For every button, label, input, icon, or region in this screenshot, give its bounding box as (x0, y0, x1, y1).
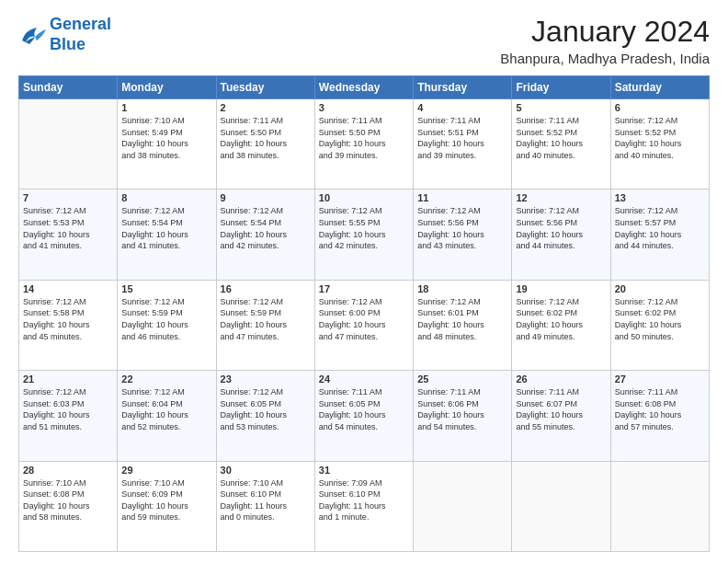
day-info: Sunrise: 7:12 AM Sunset: 6:04 PM Dayligh… (121, 386, 211, 432)
day-number: 7 (23, 192, 113, 203)
day-info: Sunrise: 7:11 AM Sunset: 6:08 PM Dayligh… (615, 386, 705, 432)
month-title: January 2024 (500, 15, 710, 49)
table-row (610, 461, 709, 551)
table-row: 22Sunrise: 7:12 AM Sunset: 6:04 PM Dayli… (118, 371, 216, 461)
day-number: 30 (221, 465, 311, 476)
day-number: 8 (121, 192, 211, 203)
table-row: 25Sunrise: 7:11 AM Sunset: 6:06 PM Dayli… (414, 371, 512, 461)
day-info: Sunrise: 7:12 AM Sunset: 5:56 PM Dayligh… (417, 205, 507, 251)
day-info: Sunrise: 7:12 AM Sunset: 5:55 PM Dayligh… (319, 205, 409, 251)
day-number: 9 (221, 192, 311, 203)
day-number: 26 (516, 373, 606, 385)
calendar-week-5: 28Sunrise: 7:10 AM Sunset: 6:08 PM Dayli… (19, 461, 710, 551)
day-info: Sunrise: 7:12 AM Sunset: 6:02 PM Dayligh… (516, 296, 606, 342)
day-number: 2 (221, 102, 311, 113)
table-row: 13Sunrise: 7:12 AM Sunset: 5:57 PM Dayli… (610, 190, 709, 280)
table-row: 16Sunrise: 7:12 AM Sunset: 5:59 PM Dayli… (216, 280, 314, 370)
day-number: 5 (516, 102, 606, 113)
table-row: 21Sunrise: 7:12 AM Sunset: 6:03 PM Dayli… (19, 371, 118, 461)
day-number: 31 (319, 465, 409, 476)
day-number: 27 (615, 373, 705, 385)
day-info: Sunrise: 7:10 AM Sunset: 6:10 PM Dayligh… (221, 477, 311, 523)
day-info: Sunrise: 7:12 AM Sunset: 5:59 PM Dayligh… (121, 296, 211, 342)
day-number: 14 (23, 283, 113, 294)
day-number: 13 (615, 192, 705, 203)
day-info: Sunrise: 7:11 AM Sunset: 6:06 PM Dayligh… (417, 386, 507, 432)
day-number: 19 (516, 283, 606, 294)
day-number: 24 (319, 373, 409, 385)
table-row: 24Sunrise: 7:11 AM Sunset: 6:05 PM Dayli… (314, 371, 413, 461)
calendar-week-2: 7Sunrise: 7:12 AM Sunset: 5:53 PM Daylig… (19, 190, 710, 280)
logo-text: General Blue (50, 15, 111, 54)
day-info: Sunrise: 7:09 AM Sunset: 6:10 PM Dayligh… (319, 477, 409, 523)
day-number: 23 (221, 373, 311, 385)
calendar-week-4: 21Sunrise: 7:12 AM Sunset: 6:03 PM Dayli… (19, 371, 710, 461)
table-row: 3Sunrise: 7:11 AM Sunset: 5:50 PM Daylig… (314, 99, 413, 190)
day-number: 6 (615, 102, 705, 113)
day-number: 22 (121, 373, 211, 385)
location: Bhanpura, Madhya Pradesh, India (500, 51, 710, 66)
day-info: Sunrise: 7:12 AM Sunset: 6:03 PM Dayligh… (23, 386, 113, 432)
table-row: 19Sunrise: 7:12 AM Sunset: 6:02 PM Dayli… (512, 280, 610, 370)
table-row: 28Sunrise: 7:10 AM Sunset: 6:08 PM Dayli… (19, 461, 118, 551)
day-info: Sunrise: 7:10 AM Sunset: 6:08 PM Dayligh… (23, 477, 113, 523)
table-row: 15Sunrise: 7:12 AM Sunset: 5:59 PM Dayli… (118, 280, 216, 370)
day-number: 15 (121, 283, 211, 294)
day-number: 4 (417, 102, 507, 113)
day-number: 29 (121, 465, 211, 476)
day-number: 1 (121, 102, 211, 113)
day-info: Sunrise: 7:12 AM Sunset: 5:53 PM Dayligh… (23, 205, 113, 251)
day-info: Sunrise: 7:11 AM Sunset: 6:07 PM Dayligh… (516, 386, 606, 432)
day-info: Sunrise: 7:12 AM Sunset: 6:02 PM Dayligh… (615, 296, 705, 342)
day-number: 18 (417, 283, 507, 294)
calendar-week-3: 14Sunrise: 7:12 AM Sunset: 5:58 PM Dayli… (19, 280, 710, 370)
calendar-week-1: 1Sunrise: 7:10 AM Sunset: 5:49 PM Daylig… (19, 99, 710, 190)
table-row: 2Sunrise: 7:11 AM Sunset: 5:50 PM Daylig… (216, 99, 314, 190)
header-tuesday: Tuesday (216, 76, 314, 99)
table-row: 10Sunrise: 7:12 AM Sunset: 5:55 PM Dayli… (314, 190, 413, 280)
day-info: Sunrise: 7:12 AM Sunset: 5:54 PM Dayligh… (121, 205, 211, 251)
day-info: Sunrise: 7:10 AM Sunset: 6:09 PM Dayligh… (121, 477, 211, 523)
table-row: 27Sunrise: 7:11 AM Sunset: 6:08 PM Dayli… (610, 371, 709, 461)
day-number: 28 (23, 465, 113, 476)
day-number: 11 (417, 192, 507, 203)
table-row: 9Sunrise: 7:12 AM Sunset: 5:54 PM Daylig… (216, 190, 314, 280)
table-row: 12Sunrise: 7:12 AM Sunset: 5:56 PM Dayli… (512, 190, 610, 280)
header-sunday: Sunday (19, 76, 118, 99)
header-saturday: Saturday (610, 76, 709, 99)
day-number: 3 (319, 102, 409, 113)
day-info: Sunrise: 7:12 AM Sunset: 6:05 PM Dayligh… (221, 386, 311, 432)
table-row: 5Sunrise: 7:11 AM Sunset: 5:52 PM Daylig… (512, 99, 610, 190)
table-row: 30Sunrise: 7:10 AM Sunset: 6:10 PM Dayli… (216, 461, 314, 551)
day-info: Sunrise: 7:12 AM Sunset: 6:01 PM Dayligh… (417, 296, 507, 342)
page: General Blue January 2024 Bhanpura, Madh… (0, 0, 728, 563)
header: General Blue January 2024 Bhanpura, Madh… (18, 15, 710, 66)
day-number: 16 (221, 283, 311, 294)
logo-icon (18, 22, 48, 48)
calendar: Sunday Monday Tuesday Wednesday Thursday… (18, 75, 710, 552)
day-number: 25 (417, 373, 507, 385)
table-row: 11Sunrise: 7:12 AM Sunset: 5:56 PM Dayli… (414, 190, 512, 280)
header-thursday: Thursday (414, 76, 512, 99)
logo-general: General (50, 15, 111, 33)
header-friday: Friday (512, 76, 610, 99)
day-info: Sunrise: 7:12 AM Sunset: 5:54 PM Dayligh… (221, 205, 311, 251)
header-wednesday: Wednesday (314, 76, 413, 99)
day-info: Sunrise: 7:12 AM Sunset: 5:59 PM Dayligh… (221, 296, 311, 342)
day-info: Sunrise: 7:11 AM Sunset: 5:50 PM Dayligh… (319, 115, 409, 161)
logo: General Blue (18, 15, 111, 54)
table-row (512, 461, 610, 551)
calendar-header-row: Sunday Monday Tuesday Wednesday Thursday… (19, 76, 710, 99)
day-number: 20 (615, 283, 705, 294)
table-row: 14Sunrise: 7:12 AM Sunset: 5:58 PM Dayli… (19, 280, 118, 370)
day-info: Sunrise: 7:11 AM Sunset: 6:05 PM Dayligh… (319, 386, 409, 432)
table-row: 7Sunrise: 7:12 AM Sunset: 5:53 PM Daylig… (19, 190, 118, 280)
table-row: 6Sunrise: 7:12 AM Sunset: 5:52 PM Daylig… (610, 99, 709, 190)
table-row: 1Sunrise: 7:10 AM Sunset: 5:49 PM Daylig… (118, 99, 216, 190)
day-info: Sunrise: 7:11 AM Sunset: 5:51 PM Dayligh… (417, 115, 507, 161)
day-info: Sunrise: 7:12 AM Sunset: 5:58 PM Dayligh… (23, 296, 113, 342)
header-monday: Monday (118, 76, 216, 99)
day-info: Sunrise: 7:10 AM Sunset: 5:49 PM Dayligh… (121, 115, 211, 161)
day-info: Sunrise: 7:12 AM Sunset: 6:00 PM Dayligh… (319, 296, 409, 342)
day-info: Sunrise: 7:12 AM Sunset: 5:57 PM Dayligh… (615, 205, 705, 251)
